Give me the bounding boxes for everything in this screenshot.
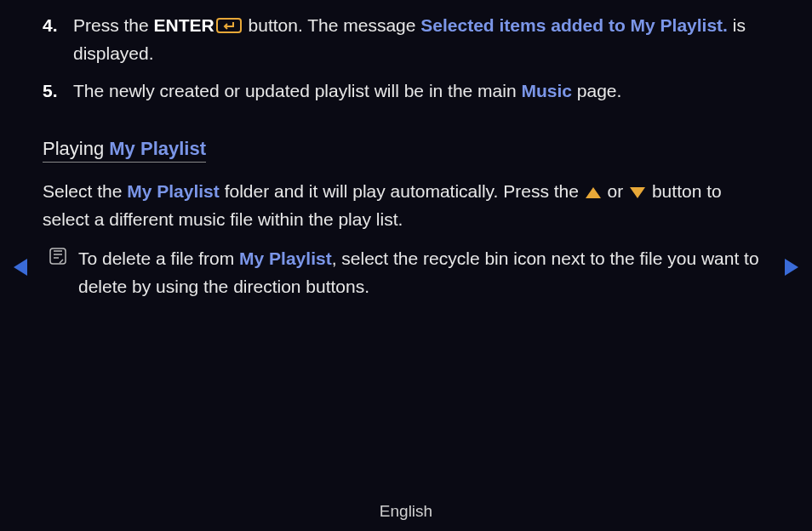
next-page-arrow[interactable] (785, 259, 798, 276)
para-text: or (603, 181, 628, 201)
section-heading: Playing My Playlist (43, 138, 206, 163)
step-text: button. The message (243, 15, 421, 35)
step-5: 5. The newly created or updated playlist… (53, 77, 769, 105)
para-text: Select the (43, 181, 127, 201)
step-number: 4. (43, 12, 58, 39)
heading-highlight: My Playlist (109, 138, 206, 159)
playlist-highlight: My Playlist (239, 248, 332, 268)
step-text: The newly created or updated playlist wi… (73, 81, 521, 100)
step-text: page. (572, 81, 621, 100)
para-text: folder and it will play automatically. P… (220, 181, 584, 201)
manual-page-content: 4. Press the ENTER button. The message S… (0, 0, 812, 300)
step-4: 4. Press the ENTER button. The message S… (53, 12, 769, 67)
playlist-highlight: My Playlist (127, 181, 220, 201)
note-text: To delete a file from My Playlist, selec… (78, 245, 769, 300)
enter-icon (216, 14, 242, 41)
prev-page-arrow[interactable] (14, 259, 27, 276)
note-part: To delete a file from (78, 248, 239, 268)
message-highlight: Selected items added to My Playlist. (420, 15, 728, 35)
body-paragraph: Select the My Playlist folder and it wil… (43, 178, 769, 233)
music-highlight: Music (521, 81, 572, 100)
up-arrow-icon (586, 187, 601, 198)
step-number: 5. (43, 77, 58, 105)
step-text: Press the (73, 15, 154, 35)
instruction-list: 4. Press the ENTER button. The message S… (53, 12, 769, 104)
note-icon (49, 248, 66, 269)
note-row: To delete a file from My Playlist, selec… (49, 245, 769, 300)
footer-language: English (0, 502, 812, 521)
enter-label: ENTER (154, 15, 214, 35)
down-arrow-icon (630, 187, 645, 198)
heading-text: Playing (43, 138, 109, 159)
